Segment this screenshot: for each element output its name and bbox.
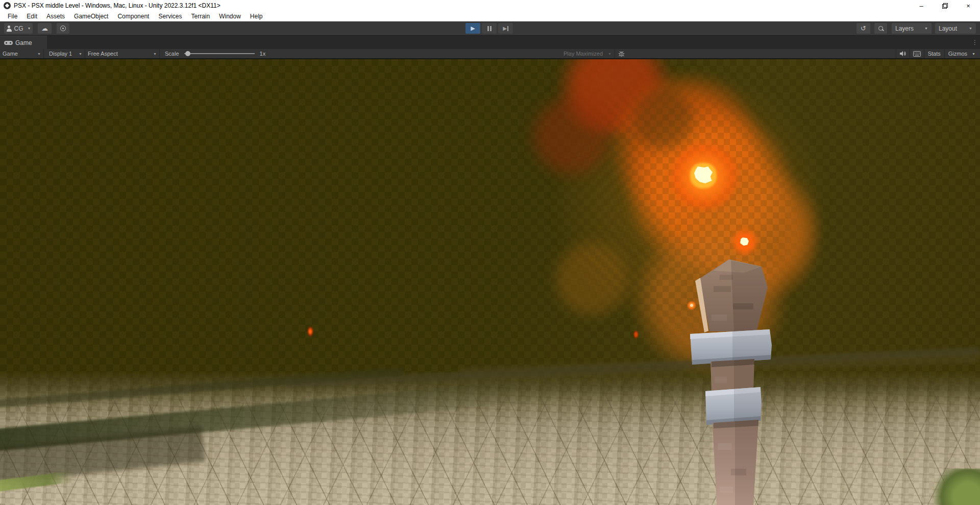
history-icon: ↺ [861, 25, 866, 32]
display-dropdown[interactable]: Display 1 ▼ [46, 49, 85, 58]
gamepad-icon [4, 40, 13, 45]
cloud-button[interactable]: ☁ [38, 23, 52, 34]
step-icon: ▶ [503, 26, 508, 31]
scale-slider-knob[interactable] [185, 51, 190, 56]
display-label: Display 1 [49, 51, 72, 57]
menu-window[interactable]: Window [214, 11, 246, 21]
menu-services[interactable]: Services [154, 11, 186, 21]
undo-history-button[interactable]: ↺ [856, 23, 870, 34]
chevron-down-icon: ▼ [924, 27, 928, 30]
aspect-dropdown[interactable]: Free Aspect ▼ [85, 49, 160, 58]
gizmos-dropdown[interactable]: Gizmos ▼ [945, 49, 979, 58]
layers-dropdown[interactable]: Layers ▼ [892, 23, 932, 34]
gear-icon [60, 26, 66, 31]
restore-button[interactable] [933, 0, 957, 11]
main-toolbar: CG ▼ ☁ ▶ ▶ ↺ Layers ▼ [0, 21, 980, 36]
play-button[interactable]: ▶ [465, 23, 480, 34]
chevron-down-icon: ▼ [972, 52, 975, 56]
tab-bar: Game ⋮ [0, 36, 980, 49]
game-viewport[interactable] [0, 59, 980, 505]
game-toolbar-left: Game ▼ Display 1 ▼ Free Aspect ▼ Scale 1… [0, 49, 265, 58]
layout-dropdown[interactable]: Layout ▼ [935, 23, 976, 34]
mute-audio-button[interactable] [896, 49, 910, 58]
play-controls: ▶ ▶ [465, 23, 513, 34]
menu-edit[interactable]: Edit [22, 11, 42, 21]
game-toolbar-right: Stats Gizmos ▼ [896, 49, 979, 58]
menu-gameobject[interactable]: GameObject [69, 11, 113, 21]
game-toolbar-center: Play Maximized ▼ [560, 49, 628, 58]
window-title: PSX - PSX middle Level - Windows, Mac, L… [14, 2, 220, 9]
tab-overflow-menu[interactable]: ⋮ [972, 36, 978, 49]
window-controls: – × [910, 0, 980, 11]
bug-icon [618, 51, 625, 57]
layout-label: Layout [939, 25, 957, 32]
play-icon: ▶ [471, 25, 475, 32]
minimize-icon: – [919, 2, 923, 10]
close-icon: × [966, 2, 970, 10]
chevron-down-icon: ▼ [969, 27, 972, 30]
search-button[interactable] [874, 23, 887, 34]
search-icon [878, 26, 884, 32]
debug-button[interactable] [615, 49, 628, 58]
game-view-toolbar: Game ▼ Display 1 ▼ Free Aspect ▼ Scale 1… [0, 49, 980, 59]
tab-game[interactable]: Game [0, 36, 47, 49]
tab-game-label: Game [15, 39, 32, 46]
display-target-dropdown[interactable]: Game ▼ [0, 49, 44, 58]
pause-icon [487, 26, 492, 31]
menu-file[interactable]: File [3, 11, 22, 21]
menu-assets[interactable]: Assets [42, 11, 69, 21]
grass-patch [929, 469, 980, 505]
play-maximized-dropdown[interactable]: Play Maximized ▼ [560, 51, 615, 57]
scale-slider[interactable] [184, 53, 255, 54]
ember-particle [687, 301, 696, 310]
scale-value: 1x [260, 51, 266, 57]
unity-logo-icon [4, 2, 11, 9]
person-icon [6, 26, 12, 32]
stats-button[interactable]: Stats [924, 49, 944, 58]
unity-editor-window: PSX - PSX middle Level - Windows, Mac, L… [0, 0, 980, 505]
torch [684, 259, 776, 505]
ember-particle [307, 326, 313, 336]
ember-particle [633, 330, 639, 339]
restore-icon [942, 3, 947, 8]
step-button[interactable]: ▶ [498, 23, 513, 34]
cloud-icon: ☁ [41, 25, 48, 32]
minimize-button[interactable]: – [910, 0, 933, 11]
account-label: CG [14, 25, 23, 32]
keyboard-icon [913, 51, 921, 57]
close-button[interactable]: × [957, 0, 980, 11]
torch-head-shade [731, 260, 768, 331]
scale-label: Scale [165, 51, 179, 57]
chevron-down-icon: ▼ [28, 27, 31, 30]
chevron-down-icon: ▼ [37, 52, 41, 56]
menu-terrain[interactable]: Terrain [186, 11, 214, 21]
aspect-label: Free Aspect [88, 51, 118, 57]
menu-bar: File Edit Assets GameObject Component Se… [0, 11, 980, 21]
menu-component[interactable]: Component [113, 11, 154, 21]
chevron-down-icon: ▼ [79, 52, 82, 56]
display-target-label: Game [3, 51, 18, 57]
menu-help[interactable]: Help [246, 11, 267, 21]
stats-label: Stats [928, 51, 941, 57]
speaker-icon [899, 51, 906, 57]
onscreen-keyboard-button[interactable] [910, 49, 924, 58]
title-bar: PSX - PSX middle Level - Windows, Mac, L… [0, 0, 980, 11]
stone-floor [0, 371, 980, 505]
chevron-down-icon: ▼ [153, 52, 157, 56]
settings-button[interactable] [57, 23, 69, 34]
pause-button[interactable] [482, 23, 497, 34]
fire-pixelation-overlay [516, 59, 832, 396]
play-maximized-label: Play Maximized [564, 51, 603, 57]
account-dropdown[interactable]: CG ▼ [4, 23, 33, 34]
layers-label: Layers [895, 25, 914, 32]
chevron-down-icon: ▼ [608, 52, 611, 56]
gizmos-label: Gizmos [948, 51, 967, 57]
